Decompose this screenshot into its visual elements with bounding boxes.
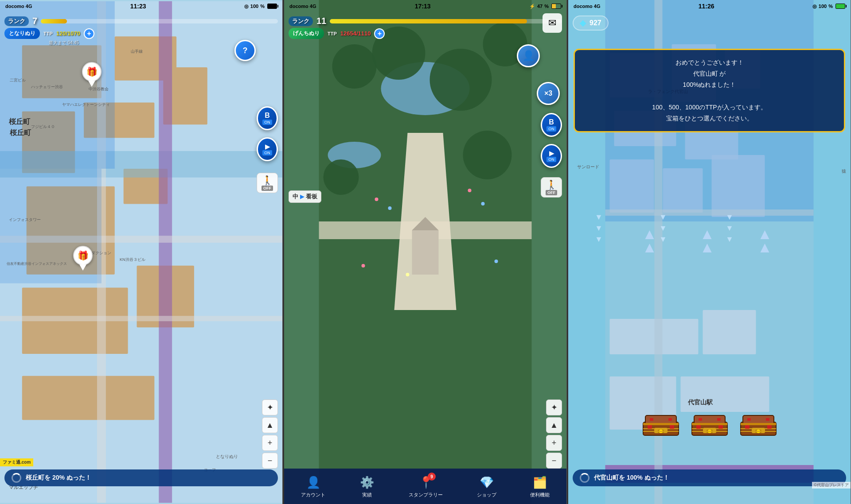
nav-utility[interactable]: 🗂️ 便利機能 — [530, 474, 550, 498]
toggle-walk-2[interactable]: 🚶 OFF — [541, 177, 562, 198]
time-2: 17:13 — [415, 3, 431, 10]
mail-button[interactable]: ✉ — [543, 13, 562, 33]
town-button-1[interactable]: となりぬり — [4, 28, 40, 39]
nav-shop[interactable]: 💎 ショップ — [477, 474, 496, 498]
multiplier-badge: ×3 — [537, 82, 560, 105]
status-text-1: 桜丘町を 20% ぬった！ — [26, 474, 91, 482]
congrats-line6: 宝箱をひとつ選んでください。 — [582, 113, 837, 124]
chest-3[interactable] — [738, 407, 778, 438]
account-icon: 👤 — [305, 474, 321, 490]
status-right-2: ⚡ 47% — [529, 4, 561, 9]
map-sign: 中 ▶ 看板 — [289, 190, 321, 203]
status-bar-1: docomo 4G 11:23 ◎ 100% — [0, 0, 282, 12]
diamond-badge: ◆ 927 — [573, 16, 609, 31]
profile-button[interactable]: 👤 — [517, 44, 540, 67]
town-button-2[interactable]: げんちぬり — [289, 28, 324, 39]
rank-label-2: ランク — [289, 16, 313, 26]
svg-rect-86 — [718, 425, 723, 429]
achievements-icon: ⚙️ — [359, 474, 375, 490]
map-label-church: 中渋谷教会 — [89, 86, 109, 92]
panel-2: docomo 4G 17:13 ⚡ 47% ✉ ランク 11 げんちぬり TTP… — [284, 0, 567, 504]
status-bar-2: docomo 4G 17:13 ⚡ 47% — [284, 0, 566, 12]
map-label-kn: KN渋谷３ビル — [120, 257, 145, 263]
toggle-b-2[interactable]: B ON — [541, 113, 562, 137]
nav-achievements[interactable]: ⚙️ 実績 — [359, 474, 375, 498]
zoom-in-button-1[interactable]: + — [262, 435, 278, 451]
direction-button-2[interactable]: ▲ — [546, 417, 562, 433]
map-label-shinyu: 信友不動産渋谷インフォスアネックス — [7, 261, 67, 266]
map-label-tonari: となりぬり — [216, 454, 238, 460]
pin-tail-bottom-1 — [79, 264, 86, 271]
congrats-line2: 代官山町 が — [582, 68, 837, 79]
map-controls-2: ✦ ▲ + − — [546, 399, 562, 469]
svg-point-35 — [406, 273, 410, 276]
map-pin-top-1: 🎁 — [82, 62, 101, 87]
zoom-out-button-2[interactable]: − — [546, 453, 562, 469]
bottom-status-3: 代官山町を 100% ぬった！ — [573, 469, 846, 486]
status-bar-3: docomo 4G 11:26 ◎ 100% — [568, 0, 851, 12]
rank-label-1: ランク — [4, 16, 29, 26]
b-on-label-1: ON — [262, 120, 272, 125]
arrow-3c: ▼ — [726, 235, 734, 244]
map-label-fujibiru: フジビル４０ — [31, 124, 55, 130]
plus-button-1[interactable]: + — [84, 28, 94, 39]
loading-spinner-3 — [580, 473, 589, 483]
gps-icon-3: ◎ — [812, 4, 817, 9]
chest-1[interactable] — [641, 407, 681, 438]
congrats-box: おめでとうございます！ 代官山町 が 100%ぬれました！ 100、500、10… — [574, 49, 845, 132]
stamprally-icon: 📍 9 — [418, 474, 434, 490]
sign-icon: 中 — [293, 193, 298, 201]
svg-point-33 — [362, 264, 365, 268]
chest-svg-2 — [690, 407, 730, 438]
walk-off-label-2: OFF — [546, 190, 557, 195]
direction-button-1[interactable]: ▲ — [262, 417, 278, 433]
svg-point-31 — [468, 189, 472, 192]
toggle-play-2[interactable]: ▶ ON — [541, 144, 562, 168]
svg-rect-47 — [610, 319, 699, 354]
b-on-label-2: ON — [547, 126, 556, 132]
diamond-count: 927 — [589, 19, 601, 27]
svg-rect-102 — [766, 418, 769, 421]
nav-account[interactable]: 👤 アカウント — [301, 474, 325, 498]
map-label-infostower: インフォスタワー — [9, 217, 41, 223]
arrow-group-1: ▼ ▼ ▼ — [595, 213, 603, 244]
time-1: 11:23 — [130, 3, 146, 10]
toggle-play-1[interactable]: ▶ ON — [257, 137, 278, 161]
svg-point-34 — [495, 260, 498, 263]
b-icon-2: B — [549, 118, 554, 126]
svg-rect-99 — [745, 425, 750, 429]
map-label-daikanyama: 代官山駅 — [688, 399, 713, 407]
hud-top-2: ランク 11 げんちぬり TTP 12654/1110 + — [284, 13, 566, 42]
zoom-out-button-1[interactable]: − — [262, 453, 278, 469]
pin-circle-top-1: 🎁 — [82, 62, 101, 81]
nav-stamprally[interactable]: 📍 9 スタンプラリー — [409, 474, 443, 498]
battery-fill-3 — [836, 4, 845, 8]
nav-badge: 9 — [428, 473, 436, 481]
arrow-3a: ▼ — [726, 213, 734, 222]
chest-2[interactable] — [690, 407, 730, 438]
bottom-status-1: 桜丘町を 20% ぬった！ — [4, 469, 278, 486]
svg-rect-73 — [650, 418, 653, 421]
svg-rect-72 — [670, 425, 674, 429]
congrats-line5: 100、500、1000のTTPが入っています。 — [582, 102, 837, 113]
svg-rect-88 — [717, 418, 721, 421]
svg-point-27 — [324, 159, 359, 195]
toggle-b-1[interactable]: B ON — [257, 106, 278, 130]
sign-text: 看板 — [306, 193, 317, 201]
multiplier-text: ×3 — [544, 89, 552, 97]
shop-icon: 💎 — [479, 474, 495, 490]
compass-button-2[interactable]: ✦ — [546, 399, 562, 415]
svg-rect-12 — [159, 1, 172, 503]
toggle-walk-1[interactable]: 🚶 OFF — [257, 173, 278, 193]
congrats-line3: 100%ぬれました！ — [582, 79, 837, 90]
arrow-1c: ▼ — [595, 235, 603, 244]
plus-button-2[interactable]: + — [374, 28, 385, 39]
map-label-sunrood: サンロード — [577, 164, 599, 170]
question-button-1[interactable]: ? — [234, 40, 256, 61]
zoom-in-button-2[interactable]: + — [546, 435, 562, 451]
arrow-group-2: ▼ ▼ ▼ — [659, 213, 667, 244]
svg-rect-100 — [767, 425, 772, 429]
ttp-value-1: 120/1070 — [56, 30, 80, 37]
compass-button-1[interactable]: ✦ — [262, 399, 278, 415]
arrow-1b: ▼ — [595, 224, 603, 233]
